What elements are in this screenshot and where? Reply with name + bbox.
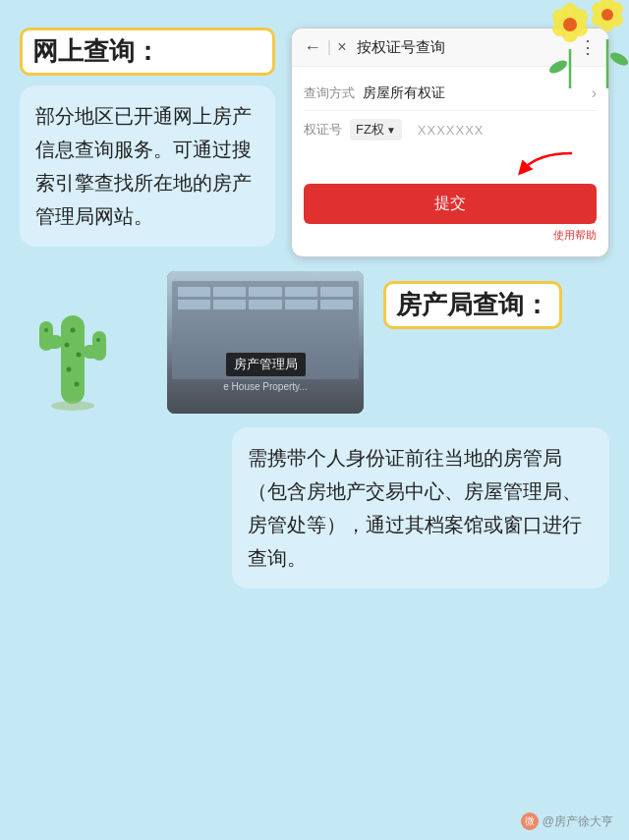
building-placeholder: 房产管理局 e House Property... [167, 271, 364, 414]
red-arrow-svg [508, 148, 587, 176]
left-panel: 网上查询： 部分地区已开通网上房产信息查询服务。可通过搜索引擎查找所在地的房产管… [20, 28, 275, 257]
section1-description: 部分地区已开通网上房产信息查询服务。可通过搜索引擎查找所在地的房产管理局网站。 [20, 85, 275, 247]
building-sign-area: 房产管理局 [167, 353, 364, 376]
svg-point-25 [77, 353, 82, 358]
building-sign-text: 房产管理局 [226, 353, 306, 376]
watermark-text: @房产徐大亨 [543, 813, 613, 830]
svg-point-27 [75, 382, 80, 387]
cactus-svg [20, 276, 128, 414]
arrow-area [304, 148, 597, 176]
building-area: 房产管理局 e House Property... [167, 271, 364, 414]
svg-rect-22 [92, 331, 106, 361]
help-link[interactable]: 使用帮助 [304, 228, 597, 243]
svg-point-30 [51, 401, 94, 411]
phone-close-button[interactable]: × [337, 38, 346, 56]
cert-prefix: FZ权 [356, 121, 384, 139]
svg-point-23 [71, 328, 76, 333]
watermark-icon: 微 [521, 812, 539, 830]
building-sub-text: e House Property... [223, 381, 307, 392]
section-middle: 房产管理局 e House Property... 房产局查询： [20, 271, 609, 414]
watermark: 微 @房产徐大亨 [521, 812, 613, 830]
cert-row: 权证号 FZ权 ▼ XXXXXXX [304, 111, 597, 148]
bottom-spacer [20, 427, 216, 588]
building-sign-label: 房产管理局 [234, 357, 298, 371]
section1-title: 网上查询： [20, 28, 275, 76]
phone-back-button[interactable]: ← [304, 37, 321, 58]
divider: | [327, 38, 331, 56]
svg-point-17 [608, 50, 629, 69]
section-bottom: 需携带个人身份证前往当地的房管局（包含房地产交易中心、房屋管理局、房管处等），通… [20, 427, 609, 588]
section2-description: 需携带个人身份证前往当地的房管局（包含房地产交易中心、房屋管理局、房管处等），通… [232, 427, 609, 588]
cactus-area [20, 276, 147, 414]
submit-button[interactable]: 提交 [304, 184, 597, 224]
svg-point-16 [547, 58, 569, 77]
main-container: 网上查询： 部分地区已开通网上房产信息查询服务。可通过搜索引擎查找所在地的房产管… [0, 0, 629, 840]
svg-point-29 [96, 338, 100, 342]
svg-point-26 [67, 367, 72, 372]
cert-label: 权证号 [304, 121, 342, 139]
svg-point-6 [563, 18, 577, 31]
chevron-down-icon: ▼ [386, 125, 396, 136]
svg-point-24 [65, 343, 70, 348]
svg-point-13 [601, 9, 613, 21]
windows-grid [172, 281, 359, 315]
section2-title-area: 房产局查询： [383, 271, 609, 329]
svg-point-28 [44, 328, 48, 332]
svg-rect-20 [39, 321, 53, 351]
building-subtext-area: e House Property... [167, 376, 364, 394]
cert-number: XXXXXXX [418, 123, 485, 138]
section2-title: 房产局查询： [383, 281, 562, 329]
flowers-decoration [501, 0, 629, 108]
query-type-label: 查询方式 [304, 84, 363, 102]
cert-select[interactable]: FZ权 ▼ [350, 119, 402, 140]
